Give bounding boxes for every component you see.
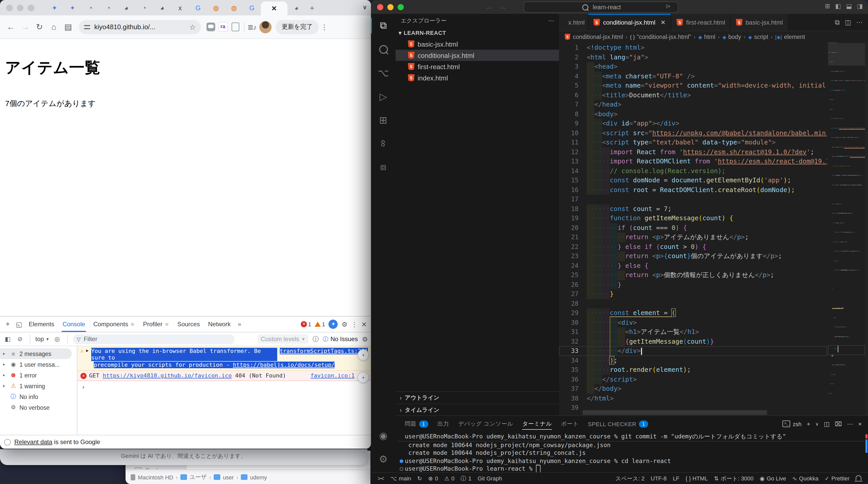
code-line-13[interactable]: 13······import ReactDOMClient from 'http…	[828, 156, 865, 165]
code-line-36[interactable]: 36····</script>	[559, 375, 827, 384]
code-editor[interactable]: 1<!doctype html>2<html lang="ja">3··<hea…	[559, 42, 868, 416]
extension-line-icon[interactable]	[205, 21, 216, 33]
tab-search-chevron-icon[interactable]: ∨	[363, 4, 367, 11]
terminal[interactable]: user@USERnoMacBook-Pro udemy_kaihatsu_ny…	[398, 433, 864, 473]
devtools-close-icon[interactable]: ✕	[361, 320, 367, 328]
copilot-icon[interactable]: ⌲	[666, 3, 671, 10]
console-sidebar-toggle-icon[interactable]: ◧	[3, 335, 12, 343]
inspect-element-icon[interactable]: ⌖	[2, 320, 13, 328]
status-item-LF[interactable]: LF	[670, 475, 682, 481]
explorer-section-アウトライン[interactable]: ›アウトライン	[396, 391, 559, 404]
editor-tab-first-react.html[interactable]: 5first-react.html	[671, 14, 731, 31]
status-item-UTF-8[interactable]: UTF-8	[648, 475, 669, 481]
status-item-quokka[interactable]: ∿Quokka	[789, 475, 821, 482]
vertical-scrollbar[interactable]	[865, 42, 868, 416]
code-line-31[interactable]: 31··········<h1>アイテム一覧</h1>	[828, 326, 865, 336]
toggle-panel-icon[interactable]: ⬓	[846, 3, 852, 10]
code-line-38[interactable]: 38</html>	[828, 393, 865, 402]
remote-explorer-icon[interactable]: ⧈	[371, 155, 396, 179]
console-filter-verbose[interactable]: ⚙No verbose	[0, 402, 77, 413]
code-line-9[interactable]: 9····<div id="app"></div>	[828, 118, 865, 127]
minimap-slider[interactable]	[828, 43, 865, 66]
code-line-36[interactable]: 36····</script>	[828, 374, 865, 383]
code-line-38[interactable]: 38</html>	[559, 394, 827, 403]
status-item-bell[interactable]	[853, 476, 864, 480]
search-view-icon[interactable]	[371, 37, 396, 61]
editor-tab-basic-jsx.html[interactable]: 5basic-jsx.html	[731, 14, 788, 31]
code-line-11[interactable]: 11····<script type="text/babel" data-typ…	[559, 138, 827, 147]
devtools-tab-network[interactable]: Network	[204, 317, 235, 332]
status-item-golive[interactable]: ◉Go Live	[757, 475, 788, 482]
code-line-10[interactable]: 10····<script src="https://unpkg.com/@ba…	[828, 127, 865, 137]
code-line-27[interactable]: 27······}	[828, 288, 865, 298]
panel-more-icon[interactable]: ⋯	[847, 420, 853, 427]
custom-levels-dropdown[interactable]: Custom levels▼	[257, 334, 308, 344]
code-line-11[interactable]: 11····<script type="text/babel" data-typ…	[828, 137, 865, 146]
clear-console-icon[interactable]: ⊘	[16, 335, 25, 343]
browser-tab[interactable]: ◕	[287, 1, 305, 14]
code-line-39[interactable]: 39	[828, 402, 865, 412]
finder-path-bar[interactable]: Macintosh HD›ユーザ›user›udemy	[126, 469, 370, 484]
code-line-12[interactable]: 12······import React from 'https://esm.s…	[828, 146, 865, 156]
python-icon[interactable]: ∞	[371, 132, 396, 155]
code-line-6[interactable]: 6····<title>Document</title>	[828, 89, 865, 99]
breadcrumb-item[interactable]: 5conditional-jsx.html	[564, 33, 623, 40]
explorer-file-conditional-jsx.html[interactable]: 5conditional-jsx.html	[396, 50, 559, 61]
split-editor-icon[interactable]: ◫	[845, 19, 851, 26]
side-panel-icon[interactable]: ▤	[61, 22, 75, 32]
breadcrumb-item[interactable]: ◈body	[722, 34, 741, 40]
explorer-file-first-react.html[interactable]: 5first-react.html	[396, 61, 559, 72]
source-link[interactable]: transformScriptTags.ts:271	[280, 348, 368, 354]
code-line-25[interactable]: 25··········return <p>個数の情報が正しくありません</p>…	[828, 269, 865, 279]
panel-tab-ターミナル[interactable]: ターミナル	[518, 416, 556, 432]
code-line-17[interactable]: 17	[828, 194, 865, 203]
traffic-zoom-button[interactable]	[398, 4, 404, 10]
horizontal-scrollbar[interactable]	[583, 410, 767, 415]
run-debug-icon[interactable]: ▷	[371, 85, 396, 108]
code-line-29[interactable]: 29······const element = (	[559, 308, 827, 318]
devtools-settings-icon[interactable]: ⚙	[342, 320, 347, 328]
code-line-13[interactable]: 13······import ReactDOMClient from 'http…	[559, 157, 827, 166]
info-icon[interactable]: ⓘ	[313, 335, 319, 344]
kill-terminal-icon[interactable]: ⌧	[835, 420, 842, 427]
console-settings-icon[interactable]: ⚙	[362, 335, 368, 343]
console-prompt[interactable]: ›	[78, 381, 371, 393]
code-line-18[interactable]: 18······const count = 7;	[828, 203, 865, 213]
code-line-30[interactable]: 30········<div>	[828, 317, 865, 326]
explorer-more-icon[interactable]: ⋯	[548, 17, 554, 24]
code-line-26[interactable]: 26········}	[559, 280, 827, 289]
error-count-badge[interactable]: ✕1	[301, 321, 311, 327]
code-line-34[interactable]: 34······);	[559, 356, 827, 365]
minimap[interactable]: 1<!doctype html>2<html lang="ja">3··<hea…	[828, 42, 865, 416]
pinned-tab[interactable]: G	[189, 1, 207, 14]
explorer-file-basic-jsx.html[interactable]: 5basic-jsx.html	[396, 38, 559, 50]
home-button[interactable]: ⌂	[47, 22, 60, 32]
code-line-35[interactable]: 35······root.render(element);	[559, 365, 827, 375]
split-terminal-icon[interactable]: ◫	[824, 420, 830, 427]
breadcrumb-item[interactable]: ◈script	[748, 34, 768, 40]
pinned-tab[interactable]: G	[243, 1, 261, 14]
back-button[interactable]: ←	[4, 22, 18, 32]
close-tab-icon[interactable]: ✕	[660, 19, 665, 26]
code-line-21[interactable]: 21··········return <p>アイテムがありません</p>;	[828, 231, 865, 241]
code-line-7[interactable]: 7··</head>	[559, 100, 827, 109]
extension-ra-icon[interactable]: ra	[217, 21, 228, 33]
console-filter-error[interactable]: ▸⊗1 error	[0, 370, 77, 381]
code-line-14[interactable]: 14······// console.log(React.version);	[828, 165, 865, 175]
code-line-30[interactable]: 30········<div>	[559, 318, 827, 327]
devtools-tab-profiler[interactable]: Profiler⚛	[139, 317, 173, 332]
code-line-14[interactable]: 14······// console.log(React.version);	[559, 166, 827, 176]
context-selector[interactable]: top▼	[35, 335, 50, 343]
active-tab[interactable]: ✕	[261, 2, 287, 15]
status-item-remote[interactable]: ><	[375, 475, 387, 481]
code-line-9[interactable]: 9····<div id="app"></div>	[559, 119, 827, 128]
code-line-3[interactable]: 3··<head>	[559, 62, 827, 71]
explorer-section-タイムライン[interactable]: ›タイムライン	[396, 404, 559, 416]
address-bar[interactable]: kiyo4810.github.io/... ☆	[79, 20, 201, 34]
code-line-22[interactable]: 22········} else if (count > 0) {	[828, 241, 865, 251]
breadcrumb-item[interactable]: ◈html	[698, 34, 715, 40]
code-line-15[interactable]: 15······const domNode = document.getElem…	[828, 175, 865, 184]
explorer-file-index.html[interactable]: 5index.html	[396, 72, 559, 84]
terminal-instance-zsh[interactable]: >_zsh	[782, 420, 801, 427]
bookmark-star-icon[interactable]: ☆	[189, 23, 196, 31]
